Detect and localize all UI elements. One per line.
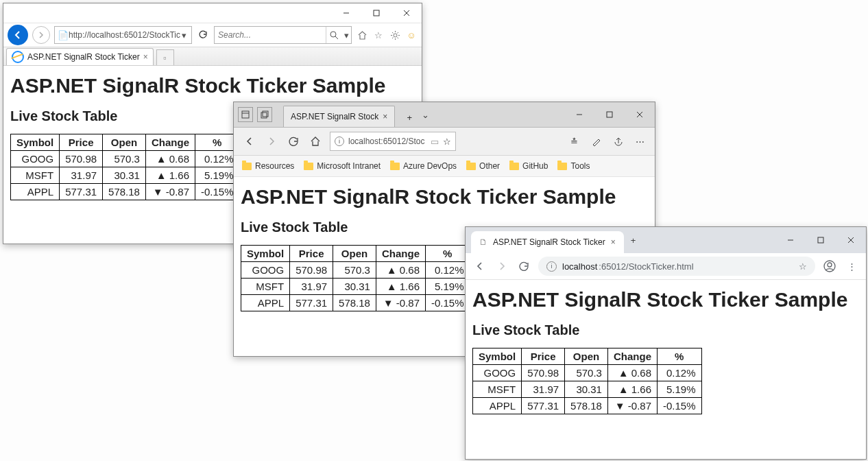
table-row: GOOG570.98570.3▲ 0.680.12% [473, 365, 702, 381]
back-button[interactable] [8, 25, 28, 45]
close-button[interactable] [391, 3, 422, 23]
new-tab-button[interactable]: + [400, 108, 418, 127]
tab-title: ASP.NET SignalR Stock Ticker [27, 52, 140, 62]
search-input[interactable] [215, 30, 326, 40]
cell-symbol: GOOG [473, 365, 522, 381]
close-tab-icon[interactable]: × [611, 237, 616, 247]
col-price: Price [60, 134, 103, 151]
chevron-down-icon[interactable]: ⌄ [418, 110, 432, 120]
back-button[interactable] [472, 261, 487, 272]
cell-symbol: GOOG [241, 262, 290, 279]
reading-view-icon[interactable]: ▭ [431, 137, 439, 147]
share-icon[interactable] [611, 137, 625, 147]
tabs-preview-icon[interactable] [257, 107, 272, 122]
favorite-label: Other [479, 161, 500, 171]
svg-rect-24 [818, 237, 823, 243]
favorite-star-icon[interactable]: ☆ [443, 137, 451, 147]
col-price: Price [522, 348, 565, 365]
info-icon[interactable]: i [335, 137, 344, 146]
page-icon: 📄 [58, 30, 69, 40]
cell-open: 578.18 [103, 184, 146, 200]
cell-change: ▼ -0.87 [376, 295, 425, 311]
tab-stockticker[interactable]: 🗋 ASP.NET SignalR Stock Ticker × [471, 231, 624, 253]
favorite-item[interactable]: Other [466, 161, 500, 171]
table-header-row: Symbol Price Open Change % [241, 246, 470, 262]
minimize-button[interactable] [775, 230, 806, 250]
table-row: MSFT31.9730.31▲ 1.665.19% [241, 279, 470, 295]
ie-tabstrip: ASP.NET SignalR Stock Ticker × ▫ [3, 47, 422, 66]
more-icon[interactable]: ⋯ [633, 137, 647, 147]
chevron-down-icon[interactable]: ▾ [180, 30, 189, 40]
minimize-button[interactable] [564, 105, 594, 124]
minimize-button[interactable] [331, 3, 361, 23]
home-icon[interactable] [356, 30, 368, 40]
folder-icon [509, 163, 519, 170]
cell-open: 30.31 [333, 279, 376, 295]
maximize-button[interactable] [361, 3, 391, 23]
info-icon[interactable]: i [546, 261, 557, 272]
table-header-row: Symbol Price Open Change % [473, 348, 702, 365]
address-bar[interactable]: 📄 http://localhost:65012/StockTic ▾ [54, 26, 192, 44]
favorites-icon[interactable]: ☆ [372, 30, 385, 40]
stock-table: Symbol Price Open Change % GOOG570.98570… [241, 245, 470, 311]
tabs-aside-icon[interactable] [238, 107, 253, 122]
tab-stockticker[interactable]: ASP.NET SignalR Stock × [283, 106, 395, 127]
folder-icon [466, 163, 476, 170]
new-tab-button[interactable]: + [624, 230, 643, 250]
search-box[interactable]: ▾ [214, 26, 352, 44]
search-icon[interactable] [326, 27, 341, 43]
cell-price: 570.98 [60, 151, 103, 167]
favorite-item[interactable]: Resources [242, 161, 294, 171]
col-symbol: Symbol [11, 134, 60, 151]
table-row: MSFT31.9730.31▲ 1.665.19% [11, 167, 240, 184]
refresh-button[interactable] [516, 261, 531, 272]
table-row: APPL577.31578.18▼ -0.87-0.15% [11, 184, 240, 200]
close-button[interactable] [836, 230, 866, 250]
more-icon[interactable]: ⋮ [844, 260, 859, 272]
url-text: localhost:65012/Stoc [348, 137, 426, 146]
refresh-button[interactable] [286, 136, 301, 147]
ie-navbar: 📄 http://localhost:65012/StockTic ▾ ▾ ☆ … [3, 23, 422, 47]
profile-icon[interactable] [822, 260, 837, 272]
favorite-item[interactable]: Microsoft Intranet [304, 161, 381, 171]
cell-change: ▼ -0.87 [607, 398, 657, 414]
back-button[interactable] [242, 136, 257, 147]
forward-button[interactable] [32, 26, 50, 44]
notes-icon[interactable] [589, 137, 603, 147]
cell-symbol: GOOG [11, 151, 60, 167]
gear-icon[interactable] [389, 30, 401, 40]
page-title: ASP.NET SignalR Stock Ticker Sample [472, 288, 859, 311]
cell-symbol: APPL [241, 295, 290, 311]
cell-price: 31.97 [60, 167, 103, 184]
favorite-item[interactable]: Tools [557, 161, 590, 171]
maximize-button[interactable] [594, 105, 625, 124]
close-tab-icon[interactable]: × [143, 52, 148, 62]
maximize-button[interactable] [806, 230, 836, 250]
chevron-down-icon[interactable]: ▾ [341, 30, 351, 40]
smiley-icon[interactable]: ☺ [405, 30, 418, 40]
cell-price: 577.31 [60, 184, 103, 200]
svg-point-6 [394, 34, 397, 37]
tab-stockticker[interactable]: ASP.NET SignalR Stock Ticker × [6, 48, 154, 65]
chrome-window: 🗋 ASP.NET SignalR Stock Ticker × + i loc… [465, 226, 867, 460]
new-tab-button[interactable]: ▫ [156, 49, 174, 65]
table-row: APPL577.31578.18▼ -0.87-0.15% [473, 398, 702, 414]
folder-icon [390, 163, 400, 170]
address-bar[interactable]: i localhost:65012/StockTicker.html ☆ [538, 257, 815, 276]
close-tab-icon[interactable]: × [383, 112, 387, 121]
favorite-star-icon[interactable]: ☆ [799, 261, 807, 272]
refresh-button[interactable] [196, 30, 210, 40]
favorite-item[interactable]: Azure DevOps [390, 161, 457, 171]
cell-pct: 0.12% [657, 365, 701, 381]
cell-price: 577.31 [522, 398, 565, 414]
forward-button[interactable] [494, 261, 509, 272]
page-icon: 🗋 [479, 237, 487, 247]
address-bar[interactable]: i localhost:65012/Stoc ▭ ☆ [330, 132, 456, 151]
favorites-list-icon[interactable]: ≛ [567, 137, 581, 147]
favorite-item[interactable]: GitHub [509, 161, 548, 171]
forward-button[interactable] [264, 136, 279, 147]
stock-tbody: GOOG570.98570.3▲ 0.680.12%MSFT31.9730.31… [473, 365, 702, 414]
url-rest: :65012/StockTicker.html [599, 261, 693, 272]
close-button[interactable] [625, 105, 655, 124]
home-icon[interactable] [308, 136, 323, 147]
